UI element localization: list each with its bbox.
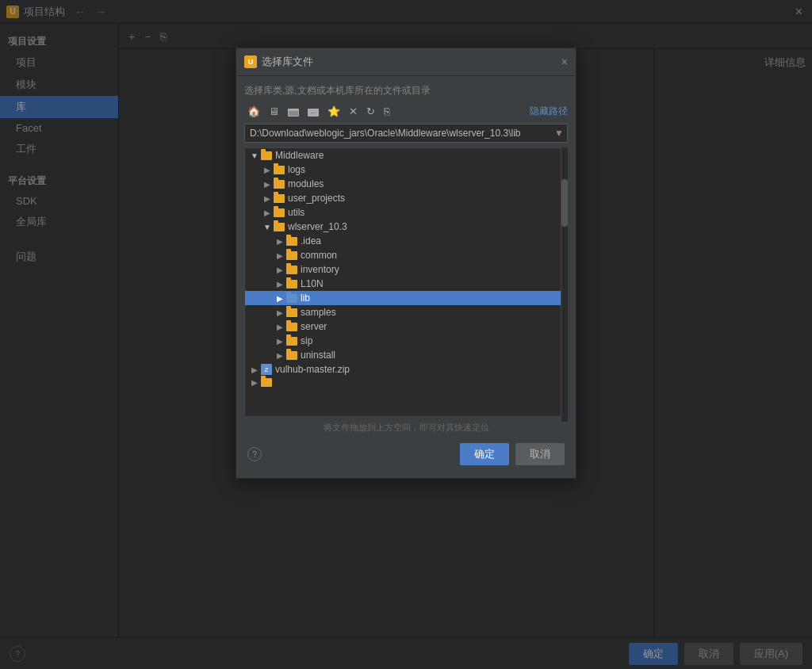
tree-label-uninstall: uninstall bbox=[301, 350, 335, 361]
desktop-button[interactable]: 🖥 bbox=[266, 104, 282, 119]
folder-icon-idea bbox=[286, 237, 297, 246]
refresh-button[interactable]: ↻ bbox=[363, 104, 378, 119]
tree-label-user-projects: user_projects bbox=[288, 193, 345, 204]
tree-label-common: common bbox=[301, 250, 337, 261]
dialog-toolbar: 🏠 🖥 ··· ⭐ ✕ ↻ bbox=[244, 104, 568, 119]
folder-icon-utils bbox=[274, 208, 285, 217]
path-input[interactable] bbox=[245, 124, 551, 142]
dialog-icon: U bbox=[244, 55, 257, 68]
tree-item-inventory[interactable]: ▶ inventory bbox=[245, 262, 561, 277]
expand-arrow-wlserver: ▼ bbox=[261, 223, 274, 231]
tree-label-modules: modules bbox=[288, 178, 324, 189]
dialog-overlay: U 选择库文件 × 选择库类,源,文档或本机库所在的文件或目录 🏠 🖥 bbox=[0, 0, 812, 669]
tree-label-utils: utils bbox=[288, 207, 304, 218]
dialog-footer: ? 确定 取消 bbox=[244, 438, 568, 470]
expand-arrow-l10n: ▶ bbox=[274, 280, 286, 289]
tree-label-logs: logs bbox=[288, 164, 305, 175]
expand-arrow-partial: ▶ bbox=[248, 378, 261, 387]
folder-icon-middleware bbox=[261, 151, 272, 160]
expand-arrow-vulhub: ▶ bbox=[248, 365, 261, 374]
tree-item-modules[interactable]: ▶ modules bbox=[245, 177, 561, 191]
tree-item-server[interactable]: ▶ server bbox=[245, 319, 561, 334]
expand-arrow-sip: ▶ bbox=[274, 337, 286, 346]
home-button[interactable]: 🏠 bbox=[244, 104, 263, 119]
dialog-path-bar: ▼ bbox=[244, 124, 568, 143]
expand-arrow-logs: ▶ bbox=[261, 166, 274, 174]
expand-arrow-middleware: ▼ bbox=[248, 151, 261, 160]
svg-rect-1 bbox=[288, 109, 293, 111]
tree-label-samples: samples bbox=[301, 307, 336, 318]
tree-label-l10n: L10N bbox=[301, 278, 324, 289]
tree-item-idea[interactable]: ▶ .idea bbox=[245, 234, 561, 248]
dialog-body: 选择库类,源,文档或本机库所在的文件或目录 🏠 🖥 ··· bbox=[236, 76, 576, 478]
dialog-help-button[interactable]: ? bbox=[247, 447, 262, 461]
tree-item-lib[interactable]: ▶ lib bbox=[245, 291, 561, 305]
zip-icon-vulhub: Z bbox=[261, 364, 272, 375]
copy-path-button[interactable]: ⎘ bbox=[381, 104, 393, 119]
tree-label-idea: .idea bbox=[301, 235, 321, 247]
folder-icon-l10n bbox=[286, 280, 297, 289]
dialog-title-bar: U 选择库文件 × bbox=[236, 48, 576, 76]
tree-item-middleware[interactable]: ▼ Middleware bbox=[245, 148, 561, 162]
tree-label-lib: lib bbox=[301, 292, 310, 304]
hide-path-link[interactable]: 隐藏路径 bbox=[530, 105, 568, 118]
expand-arrow-user-projects: ▶ bbox=[261, 194, 274, 203]
dialog-cancel-button[interactable]: 取消 bbox=[515, 443, 565, 465]
dialog-description: 选择库类,源,文档或本机库所在的文件或目录 bbox=[244, 84, 568, 97]
tree-label-wlserver: wlserver_10.3 bbox=[288, 221, 347, 232]
delete-button[interactable]: ✕ bbox=[346, 104, 361, 119]
folder-icon-sip bbox=[286, 337, 297, 346]
tree-item-wlserver[interactable]: ▼ wlserver_10.3 bbox=[245, 220, 561, 234]
folder-icon-logs bbox=[274, 166, 285, 174]
hidden-folder-button[interactable]: ··· bbox=[304, 105, 322, 119]
expand-arrow-inventory: ▶ bbox=[274, 266, 286, 274]
hidden-folder-icon: ··· bbox=[308, 106, 319, 117]
tree-label-vulhub: vulhub-master.zip bbox=[275, 364, 350, 375]
dialog-status-text: 将文件拖放到上方空间，即可对其快速定位 bbox=[244, 422, 568, 434]
folder-icon-user-projects bbox=[274, 194, 285, 203]
dialog-confirm-button[interactable]: 确定 bbox=[460, 443, 509, 465]
expand-arrow-utils: ▶ bbox=[261, 208, 274, 217]
tree-item-samples[interactable]: ▶ samples bbox=[245, 305, 561, 319]
select-library-dialog: U 选择库文件 × 选择库类,源,文档或本机库所在的文件或目录 🏠 🖥 bbox=[236, 48, 576, 479]
folder-icon-uninstall bbox=[286, 351, 297, 360]
tree-label-sip: sip bbox=[301, 335, 312, 346]
tree-item-utils[interactable]: ▶ utils bbox=[245, 205, 561, 220]
tree-item-user-projects[interactable]: ▶ user_projects bbox=[245, 191, 561, 205]
favorite-add-button[interactable]: ⭐ bbox=[324, 104, 343, 119]
tree-item-logs[interactable]: ▶ logs bbox=[245, 162, 561, 177]
tree-label-server: server bbox=[301, 321, 327, 332]
tree-label-middleware: Middleware bbox=[275, 150, 324, 161]
folder-icon-common bbox=[286, 251, 297, 260]
folder-icon-partial bbox=[261, 378, 272, 387]
tree-item-partial[interactable]: ▶ bbox=[245, 377, 561, 388]
folder-icon-server bbox=[286, 323, 297, 331]
dialog-close-button[interactable]: × bbox=[561, 55, 568, 68]
expand-arrow-modules: ▶ bbox=[261, 180, 274, 189]
tree-item-sip[interactable]: ▶ sip bbox=[245, 334, 561, 348]
expand-arrow-common: ▶ bbox=[274, 251, 286, 260]
expand-arrow-server: ▶ bbox=[274, 323, 286, 331]
folder-icon-samples bbox=[286, 308, 297, 317]
folder-icon-modules bbox=[274, 180, 285, 189]
file-tree[interactable]: ▼ Middleware ▶ logs ▶ modules bbox=[244, 147, 561, 417]
tree-item-l10n[interactable]: ▶ L10N bbox=[245, 277, 561, 291]
dialog-title: 选择库文件 bbox=[262, 55, 561, 69]
expand-arrow-samples: ▶ bbox=[274, 308, 286, 317]
new-folder-icon bbox=[288, 106, 299, 117]
tree-label-inventory: inventory bbox=[301, 264, 339, 275]
folder-icon-inventory bbox=[286, 266, 297, 274]
tree-item-uninstall[interactable]: ▶ uninstall bbox=[245, 348, 561, 362]
tree-item-common[interactable]: ▶ common bbox=[245, 248, 561, 262]
svg-rect-2 bbox=[289, 111, 298, 116]
svg-text:···: ··· bbox=[311, 110, 316, 116]
tree-item-vulhub-zip[interactable]: ▶ Z vulhub-master.zip bbox=[245, 362, 561, 377]
folder-icon-wlserver bbox=[274, 223, 285, 231]
expand-arrow-idea: ▶ bbox=[274, 237, 286, 246]
new-folder-button[interactable] bbox=[285, 105, 302, 119]
dialog-scrollbar-thumb[interactable] bbox=[561, 179, 568, 227]
path-dropdown-arrow[interactable]: ▼ bbox=[551, 128, 567, 139]
expand-arrow-uninstall: ▶ bbox=[274, 351, 286, 360]
dialog-scrollbar[interactable] bbox=[561, 147, 568, 422]
expand-arrow-lib: ▶ bbox=[274, 294, 286, 303]
